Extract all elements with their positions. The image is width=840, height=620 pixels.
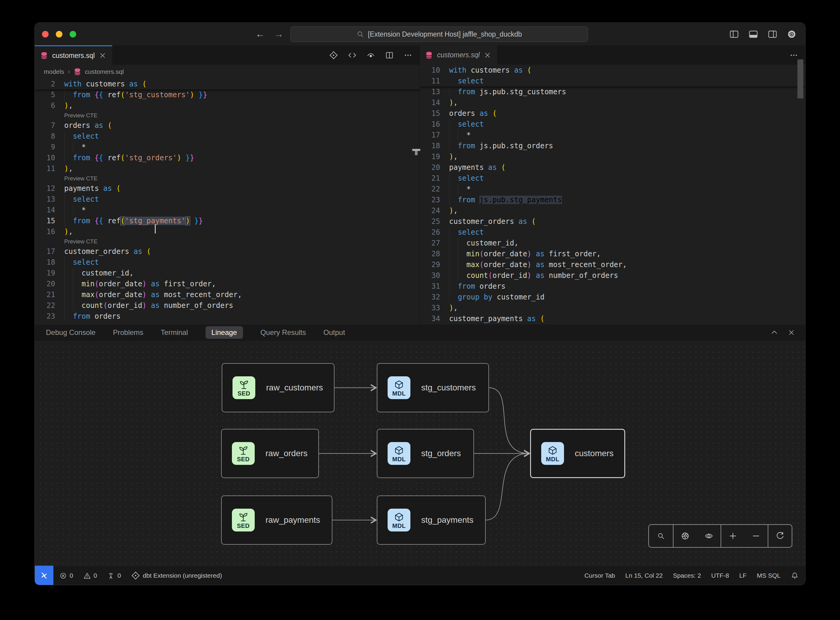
code-line-15[interactable]: 15 from {{ ref('stg_payments') }} <box>35 215 419 226</box>
sticky-scroll[interactable]: 2with customers as ( <box>35 78 419 89</box>
code-line-16[interactable]: 16 select <box>420 119 805 129</box>
code-line-32[interactable]: 32 group by customer_id <box>420 292 805 302</box>
refresh-button[interactable] <box>773 530 787 543</box>
status-utf-8[interactable]: UTF-8 <box>711 572 729 579</box>
code-line-9[interactable]: 9 * <box>35 141 419 152</box>
code-line-11[interactable]: 11 select <box>420 76 805 86</box>
maximize-window-button[interactable] <box>70 31 76 38</box>
panel-tab-problems[interactable]: Problems <box>113 328 143 337</box>
panel-tab-debug-console[interactable]: Debug Console <box>46 328 95 337</box>
lineage-node-raw_payments[interactable]: SEDraw_payments <box>221 495 332 545</box>
aperture-button[interactable] <box>679 530 692 543</box>
code-editor-left[interactable]: 5 from {{ ref('stg_customers') }}6),Prev… <box>35 78 419 324</box>
code-line-20[interactable]: 20 min(order_date) as first_order, <box>35 278 419 289</box>
split-editor-button[interactable] <box>384 50 395 61</box>
code-line-7[interactable]: 7orders as ( <box>35 120 419 131</box>
status-lf[interactable]: LF <box>739 572 747 579</box>
code-line-13[interactable]: 13 from js.pub.stg_customers <box>420 86 805 97</box>
code-editor-right[interactable]: 13 from js.pub.stg_customers14),15orders… <box>420 65 805 324</box>
command-center-search[interactable]: [Extension Development Host] jaffle_shop… <box>290 26 588 42</box>
code-line-18[interactable]: 18 from js.pub.stg_orders <box>420 140 805 151</box>
lineage-canvas[interactable]: SEDraw_customersMDLstg_customersSEDraw_o… <box>35 341 805 565</box>
code-line-21[interactable]: 21 max(order_date) as most_recent_order, <box>35 289 419 300</box>
code-line-29[interactable]: 29 max(order_date) as most_recent_order, <box>420 259 805 270</box>
code-line-31[interactable]: 31 from orders <box>420 281 805 292</box>
code-line-12[interactable]: 12payments as ( <box>35 183 419 194</box>
search-button[interactable] <box>654 530 667 543</box>
code-line-28[interactable]: 28 min(order_date) as first_order, <box>420 248 805 259</box>
panel-tab-terminal[interactable]: Terminal <box>161 328 188 337</box>
code-line-24[interactable]: 24), <box>420 205 805 216</box>
code-line-2[interactable]: 2with customers as ( <box>35 78 419 89</box>
status-dbt[interactable]: dbt Extension (unregistered) <box>131 571 222 580</box>
lineage-node-raw_orders[interactable]: SEDraw_orders <box>221 429 319 478</box>
code-line-16[interactable]: 16), <box>35 226 419 237</box>
code-line-27[interactable]: 27 customer_id, <box>420 238 805 248</box>
close-window-button[interactable] <box>42 31 49 38</box>
code-line-19[interactable]: 19 customer_id, <box>35 268 419 278</box>
panel-tab-query-results[interactable]: Query Results <box>260 328 306 337</box>
panel-tab-lineage[interactable]: Lineage <box>206 326 243 339</box>
code-line-10[interactable]: 10 from {{ ref('stg_orders') }} <box>35 152 419 163</box>
sticky-scroll[interactable]: 10with customers as (11 select <box>420 65 805 86</box>
code-line-5[interactable]: 5 from {{ ref('stg_customers') }} <box>35 89 419 100</box>
history-forward-button[interactable]: → <box>274 29 284 40</box>
code-line-21[interactable]: 21 select <box>420 173 805 184</box>
settings-gear-button[interactable] <box>786 29 797 40</box>
lineage-node-stg_payments[interactable]: MDLstg_payments <box>377 495 486 545</box>
status-warning[interactable]: 0 <box>83 572 97 579</box>
layout-panel-bottom-button[interactable] <box>748 29 759 40</box>
code-line-23[interactable]: 23 from js.pub.stg_payments <box>420 194 805 205</box>
code-line-8[interactable]: 8 select <box>35 131 419 141</box>
tab-customers-sql[interactable]: customers.sql <box>35 45 112 65</box>
status-spaces-2[interactable]: Spaces: 2 <box>673 572 701 579</box>
zoom-in-button[interactable] <box>726 530 739 543</box>
code-line-18[interactable]: 18 select <box>35 257 419 268</box>
code-line-15[interactable]: 15orders as ( <box>420 108 805 119</box>
lineage-node-stg_customers[interactable]: MDLstg_customers <box>377 363 489 412</box>
history-back-button[interactable]: ← <box>255 29 265 40</box>
more-actions-button[interactable] <box>788 50 799 61</box>
code-line-13[interactable]: 13 select <box>35 194 419 205</box>
sash-handle[interactable] <box>412 149 420 155</box>
breadcrumb-file[interactable]: customers.sql <box>85 68 124 75</box>
code-line-6[interactable]: 6), <box>35 100 419 111</box>
code-line-30[interactable]: 30 count(order_id) as number_of_orders <box>420 270 805 281</box>
code-line-20[interactable]: 20payments as ( <box>420 162 805 173</box>
zoom-out-button[interactable] <box>750 530 763 543</box>
notifications-bell[interactable] <box>791 572 799 579</box>
remote-indicator[interactable] <box>35 566 53 585</box>
preview-cte-lens[interactable]: Preview CTE <box>64 237 98 246</box>
panel-tab-output[interactable]: Output <box>323 328 345 337</box>
code-line-34[interactable]: 34customer_payments as ( <box>420 313 805 324</box>
layout-sidebar-right-button[interactable] <box>767 29 778 40</box>
preview-cte-lens[interactable]: Preview CTE <box>64 174 98 183</box>
tab-customers-sql-compiled[interactable]: customers.sql <box>420 45 497 65</box>
code-line-10[interactable]: 10with customers as ( <box>420 65 805 76</box>
status-cursor-tab[interactable]: Cursor Tab <box>585 572 615 579</box>
code-line-22[interactable]: 22 count(order_id) as number_of_orders <box>35 300 419 311</box>
code-line-26[interactable]: 26 select <box>420 227 805 238</box>
code-line-22[interactable]: 22 * <box>420 184 805 194</box>
chevron-up-panel-button[interactable] <box>770 329 778 336</box>
scrollbar[interactable] <box>797 59 803 98</box>
code-line-17[interactable]: 17 * <box>420 129 805 140</box>
status-error[interactable]: 0 <box>59 572 73 579</box>
status-radio-tower[interactable]: 0 <box>107 572 121 579</box>
preview-eye-button[interactable] <box>365 50 376 61</box>
eye-button[interactable] <box>702 530 715 543</box>
more-actions-button[interactable] <box>403 50 413 61</box>
status-ln-15-col-22[interactable]: Ln 15, Col 22 <box>625 572 663 579</box>
code-line-14[interactable]: 14), <box>420 97 805 108</box>
breadcrumb-folder[interactable]: models <box>44 68 64 75</box>
code-line-25[interactable]: 25customer_orders as ( <box>420 216 805 227</box>
lineage-node-raw_customers[interactable]: SEDraw_customers <box>222 363 335 412</box>
lineage-node-customers[interactable]: MDLcustomers <box>530 429 625 478</box>
code-line-33[interactable]: 33), <box>420 302 805 313</box>
preview-cte-lens[interactable]: Preview CTE <box>64 111 98 120</box>
close-tab-icon[interactable] <box>484 52 491 59</box>
status-ms-sql[interactable]: MS SQL <box>757 572 781 579</box>
code-line-23[interactable]: 23 from orders <box>35 311 419 322</box>
dbt-button[interactable] <box>328 50 339 61</box>
code-line-17[interactable]: 17customer_orders as ( <box>35 246 419 257</box>
